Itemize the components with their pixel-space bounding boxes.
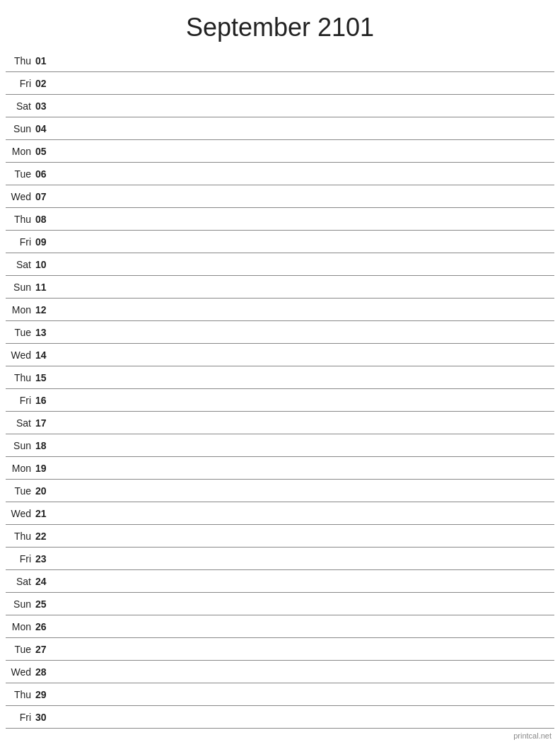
day-number: 20 <box>35 485 55 497</box>
day-line <box>55 377 554 378</box>
day-line <box>55 513 554 514</box>
day-number: 23 <box>35 553 55 564</box>
day-row: Wed28 <box>6 661 554 683</box>
page-title: September 2101 <box>0 0 560 50</box>
day-name: Mon <box>6 146 35 157</box>
day-row: Thu15 <box>6 366 554 389</box>
day-name: Sat <box>6 100 35 112</box>
day-row: Fri09 <box>6 231 554 253</box>
day-row: Mon26 <box>6 615 554 638</box>
day-number: 22 <box>35 531 55 542</box>
day-line <box>55 422 554 423</box>
day-row: Mon05 <box>6 140 554 163</box>
day-name: Thu <box>6 531 35 542</box>
day-number: 11 <box>35 282 55 293</box>
day-row: Sat03 <box>6 95 554 117</box>
day-row: Sat10 <box>6 253 554 276</box>
day-number: 07 <box>35 191 55 202</box>
day-number: 05 <box>35 146 55 157</box>
day-row: Sun25 <box>6 593 554 615</box>
day-name: Sat <box>6 417 35 429</box>
day-name: Mon <box>6 463 35 474</box>
day-name: Tue <box>6 327 35 338</box>
day-number: 02 <box>35 78 55 89</box>
day-name: Tue <box>6 644 35 655</box>
day-row: Mon12 <box>6 299 554 321</box>
day-name: Wed <box>6 191 35 202</box>
day-number: 09 <box>35 236 55 248</box>
day-number: 30 <box>35 712 55 723</box>
day-row: Sun11 <box>6 276 554 299</box>
day-name: Thu <box>6 372 35 383</box>
day-row: Sat17 <box>6 412 554 434</box>
day-name: Fri <box>6 236 35 248</box>
day-number: 26 <box>35 621 55 632</box>
day-line <box>55 151 554 151</box>
day-number: 14 <box>35 349 55 361</box>
day-line <box>55 490 554 491</box>
day-row: Wed07 <box>6 185 554 208</box>
day-line <box>55 445 554 446</box>
day-number: 01 <box>35 55 55 66</box>
day-row: Fri02 <box>6 72 554 95</box>
day-line <box>55 128 554 129</box>
day-name: Sun <box>6 598 35 610</box>
day-name: Thu <box>6 689 35 700</box>
day-name: Wed <box>6 666 35 678</box>
day-name: Mon <box>6 304 35 315</box>
day-row: Thu29 <box>6 683 554 706</box>
day-name: Tue <box>6 485 35 497</box>
day-number: 18 <box>35 440 55 451</box>
day-number: 25 <box>35 598 55 610</box>
day-line <box>55 626 554 627</box>
day-name: Mon <box>6 621 35 632</box>
day-number: 29 <box>35 689 55 700</box>
day-name: Sun <box>6 440 35 451</box>
day-row: Tue13 <box>6 321 554 344</box>
day-line <box>55 219 554 219</box>
day-row: Thu22 <box>6 525 554 548</box>
day-row: Sun18 <box>6 434 554 457</box>
day-line <box>55 558 554 559</box>
day-row: Thu08 <box>6 208 554 231</box>
day-number: 27 <box>35 644 55 655</box>
day-line <box>55 400 554 400</box>
day-number: 04 <box>35 123 55 134</box>
day-line <box>55 105 554 106</box>
day-name: Fri <box>6 553 35 564</box>
day-row: Tue20 <box>6 480 554 502</box>
calendar-grid: Thu01Fri02Sat03Sun04Mon05Tue06Wed07Thu08… <box>0 50 560 729</box>
day-number: 16 <box>35 395 55 406</box>
day-line <box>55 309 554 310</box>
day-row: Wed14 <box>6 344 554 366</box>
day-line <box>55 649 554 649</box>
day-row: Fri16 <box>6 389 554 412</box>
day-number: 12 <box>35 304 55 315</box>
day-row: Tue06 <box>6 163 554 185</box>
day-name: Tue <box>6 168 35 180</box>
day-number: 15 <box>35 372 55 383</box>
day-row: Fri30 <box>6 706 554 729</box>
day-line <box>55 286 554 287</box>
day-line <box>55 196 554 197</box>
day-name: Wed <box>6 508 35 519</box>
day-line <box>55 241 554 242</box>
day-number: 03 <box>35 100 55 112</box>
day-number: 21 <box>35 508 55 519</box>
day-row: Thu01 <box>6 50 554 72</box>
day-line <box>55 60 554 61</box>
day-line <box>55 581 554 581</box>
day-name: Wed <box>6 349 35 361</box>
day-line <box>55 173 554 174</box>
day-name: Sun <box>6 282 35 293</box>
day-line <box>55 264 554 265</box>
day-number: 17 <box>35 417 55 429</box>
day-line <box>55 535 554 536</box>
footer-label: printcal.net <box>513 731 552 740</box>
day-line <box>55 694 554 695</box>
day-name: Thu <box>6 55 35 66</box>
day-name: Fri <box>6 395 35 406</box>
day-number: 19 <box>35 463 55 474</box>
day-row: Mon19 <box>6 457 554 480</box>
day-number: 28 <box>35 666 55 678</box>
